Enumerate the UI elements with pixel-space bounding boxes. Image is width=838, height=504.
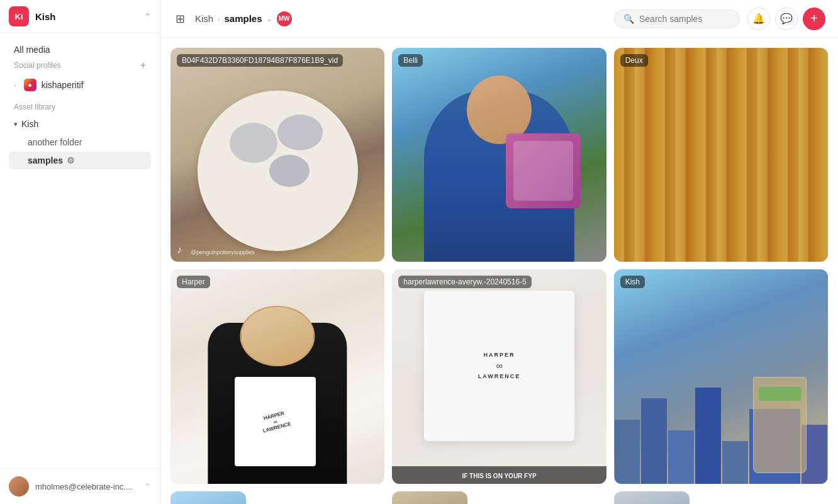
search-icon: 🔍: [623, 14, 634, 24]
user-badge: MW: [277, 11, 292, 26]
search-input[interactable]: [639, 14, 730, 24]
media-card[interactable]: HARPER∞LAWRENCE Harper: [170, 269, 384, 483]
sidebar-toggle-icon[interactable]: ⊞: [173, 9, 187, 28]
media-card[interactable]: Belli: [392, 48, 606, 262]
media-grid: ♪ @penguinpotterysupplies B04F432D7B3360…: [170, 48, 828, 504]
sidebar-header: Ki Kish ⌃: [0, 0, 160, 33]
asset-library-label: Asset library: [14, 103, 146, 111]
brand-chevron-icon[interactable]: ⌃: [144, 12, 151, 21]
main-content: ⊞ Kish › samples ⌄ MW 🔍 🔔 💬 +: [160, 0, 838, 504]
social-profiles-label: Social profiles: [14, 61, 61, 70]
media-card[interactable]: HARPER ∞ LAWRENCE IF THIS IS ON YOUR FYP…: [392, 269, 606, 483]
tiktok-username: @penguinpotterysupplies: [191, 249, 255, 255]
media-card-label: Deux: [620, 54, 648, 67]
social-profiles-section: Social profiles +: [9, 59, 151, 72]
brand-avatar: Ki: [9, 6, 29, 26]
card-plate: [198, 91, 358, 251]
kish-folder-chevron-icon: ▾: [14, 120, 18, 128]
asset-library-section: Asset library ▾ Kish another folder samp…: [9, 103, 151, 169]
message-button[interactable]: 💬: [775, 8, 798, 30]
sidebar-item-instagram[interactable]: › ● kishaperitif: [9, 75, 151, 95]
breadcrumb: Kish › samples ⌄ MW: [195, 11, 292, 26]
sidebar-nav: All media Social profiles + › ● kishaper…: [0, 33, 160, 177]
user-chevron-icon[interactable]: ⌃: [144, 482, 151, 491]
media-card-label: Belli: [398, 54, 423, 67]
user-profile-section[interactable]: mholmes@celebrate-inc.... ⌃: [0, 468, 160, 504]
media-card[interactable]: ♪ @penguinpotterysupplies B04F432D7B3360…: [170, 48, 384, 262]
media-card[interactable]: Deux: [614, 48, 828, 262]
sidebar: Ki Kish ⌃ All media Social profiles + › …: [0, 0, 160, 504]
instagram-icon: ●: [24, 79, 36, 91]
breadcrumb-parent[interactable]: Kish: [195, 13, 213, 24]
media-card[interactable]: [614, 491, 690, 504]
user-email: mholmes@celebrate-inc....: [35, 482, 138, 491]
profile-chevron-icon: ›: [14, 81, 16, 89]
breadcrumb-separator: ›: [217, 13, 220, 25]
topbar-icon-group: 🔔 💬 +: [747, 8, 825, 30]
media-card-label: harperlawrence-averyw.-20240516-5: [398, 276, 531, 288]
kish-folder-name: Kish: [21, 119, 38, 129]
user-avatar: [9, 476, 29, 496]
breadcrumb-current: samples: [225, 13, 262, 24]
media-card-label: B04F432D7B3360FD18794B87F876E1B9_vid: [177, 54, 343, 67]
sidebar-item-kish-folder[interactable]: ▾ Kish: [9, 115, 151, 133]
breadcrumb-chevron-icon[interactable]: ⌄: [266, 14, 273, 23]
sidebar-item-samples-folder[interactable]: samples ⚙: [9, 152, 151, 169]
topbar: ⊞ Kish › samples ⌄ MW 🔍 🔔 💬 +: [160, 0, 838, 38]
media-grid-container: ♪ @penguinpotterysupplies B04F432D7B3360…: [160, 38, 838, 504]
media-card-label: Kish: [620, 276, 645, 288]
samples-settings-icon[interactable]: ⚙: [67, 155, 75, 165]
brand-name: Kish: [35, 11, 138, 22]
add-social-profile-icon[interactable]: +: [140, 60, 146, 71]
tiktok-logo: ♪: [177, 244, 182, 255]
sidebar-item-another-folder[interactable]: another folder: [9, 133, 151, 151]
media-card[interactable]: Kish: [614, 269, 828, 483]
media-card[interactable]: FAVORITE APERITIF!: [170, 491, 246, 504]
search-box[interactable]: 🔍: [614, 9, 740, 28]
media-card-label: Harper: [177, 276, 210, 288]
add-button[interactable]: +: [803, 8, 825, 30]
card-overlay-text: IF THIS IS ON YOUR FYP: [392, 466, 606, 484]
sidebar-item-all-media[interactable]: All media: [9, 41, 151, 59]
media-card[interactable]: [392, 491, 467, 504]
notification-bell-button[interactable]: 🔔: [747, 8, 770, 30]
instagram-profile-name: kishaperitif: [42, 80, 84, 90]
